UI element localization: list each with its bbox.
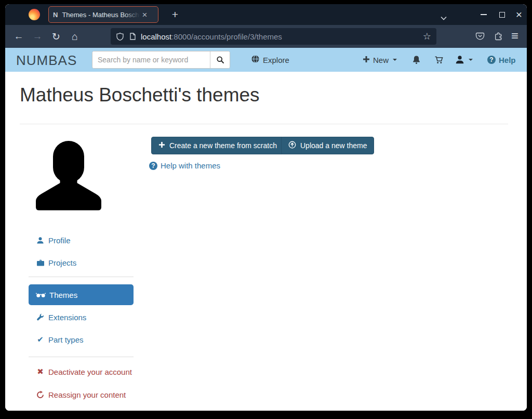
maximize-button[interactable] — [498, 10, 506, 19]
account-dropdown[interactable] — [455, 48, 473, 72]
sidebar-item-projects[interactable]: Projects — [29, 257, 134, 268]
create-theme-button[interactable]: Create a new theme from scratch — [151, 137, 284, 154]
new-tab-button[interactable]: + — [169, 8, 181, 21]
question-circle-icon: ? — [149, 162, 157, 170]
sidebar-item-label: Extensions — [48, 313, 86, 322]
browser-tab-bar: N Themes - Matheus Bosche × + × — [5, 4, 527, 25]
question-circle-icon: ? — [487, 56, 496, 64]
back-button[interactable]: ← — [10, 28, 27, 45]
browser-nav-bar: ← → ↻ ⌂ localhost:8000/accounts/profile/… — [5, 25, 527, 48]
maximize-icon — [499, 12, 505, 18]
sidebar-item-label: Profile — [48, 236, 71, 245]
sidebar-item-profile[interactable]: Profile — [29, 234, 134, 246]
briefcase-icon — [36, 259, 45, 267]
search-icon — [216, 56, 224, 64]
sidebar-item-label: Part types — [48, 335, 84, 344]
minimize-icon — [481, 14, 487, 15]
hamburger-menu-icon[interactable]: ≡ — [511, 29, 518, 43]
search-box — [92, 51, 230, 69]
pocket-icon[interactable] — [475, 32, 485, 41]
notifications-button[interactable] — [412, 48, 421, 72]
caret-down-icon — [469, 59, 473, 61]
wrench-icon — [36, 313, 45, 321]
upload-theme-label: Upload a new theme — [300, 141, 367, 150]
tab-close-icon[interactable]: × — [142, 10, 147, 19]
explore-label: Explore — [263, 56, 289, 64]
basket-button[interactable] — [434, 48, 444, 72]
divider — [29, 357, 134, 357]
sidebar-item-part-types[interactable]: ✔ Part types — [29, 334, 134, 345]
upload-theme-button[interactable]: Upload a new theme — [281, 137, 374, 154]
page-title: Matheus Boschetti's themes — [20, 84, 260, 106]
shield-icon[interactable] — [116, 32, 124, 41]
help-label: Help — [499, 56, 516, 64]
page-content: Matheus Boschetti's themes Profile Proje… — [5, 72, 527, 411]
sidebar-item-label: Deactivate your account — [48, 368, 132, 376]
explore-link[interactable]: Explore — [251, 48, 289, 72]
sidebar-item-extensions[interactable]: Extensions — [29, 311, 134, 323]
minimize-button[interactable] — [480, 10, 488, 19]
reload-button[interactable]: ↻ — [48, 28, 64, 45]
globe-icon — [251, 55, 260, 65]
plus-icon — [158, 141, 165, 150]
forward-button[interactable]: → — [29, 28, 46, 45]
caret-down-icon — [393, 59, 397, 61]
firefox-icon[interactable] — [29, 9, 40, 20]
home-button[interactable]: ⌂ — [66, 28, 83, 45]
help-with-themes-link[interactable]: ? Help with themes — [149, 161, 220, 170]
deactivate-account-link[interactable]: ✖ Deactivate your account — [29, 366, 134, 377]
sidebar-item-themes-active[interactable]: Themes — [29, 284, 134, 305]
numbas-favicon-icon: N — [53, 11, 58, 19]
page-icon[interactable] — [129, 32, 136, 41]
cart-icon — [434, 55, 444, 64]
site-header: NUMBAS Explore New — [5, 48, 527, 72]
share-icon — [36, 391, 45, 399]
url-bar[interactable]: localhost:8000/accounts/profile/3/themes… — [111, 28, 436, 45]
sidebar-item-label: Themes — [49, 291, 77, 299]
bookmark-star-icon[interactable]: ☆ — [423, 31, 431, 42]
divider — [20, 124, 508, 124]
new-label: New — [373, 56, 389, 64]
window-close-button[interactable]: × — [515, 10, 523, 19]
url-text[interactable]: localhost:8000/accounts/profile/3/themes — [141, 32, 419, 41]
url-path: :8000/accounts/profile/3/themes — [171, 32, 282, 41]
user-icon — [455, 55, 464, 64]
url-host: localhost — [141, 32, 171, 41]
help-link[interactable]: ? Help — [487, 48, 516, 72]
upload-icon — [288, 141, 296, 150]
plus-icon — [363, 56, 370, 64]
browser-tab[interactable]: N Themes - Matheus Bosche × — [48, 6, 158, 23]
search-button[interactable] — [210, 51, 230, 68]
avatar — [30, 138, 108, 216]
list-tabs-chevron-down-icon[interactable] — [441, 13, 447, 22]
close-icon: × — [516, 10, 522, 19]
x-icon: ✖ — [36, 367, 45, 376]
create-theme-label: Create a new theme from scratch — [169, 141, 277, 150]
bell-icon — [412, 55, 421, 64]
search-input[interactable] — [92, 51, 210, 68]
new-dropdown[interactable]: New — [363, 48, 397, 72]
browser-window: N Themes - Matheus Bosche × + × ← → ↻ ⌂ … — [5, 4, 527, 411]
numbas-logo[interactable]: NUMBAS — [16, 53, 77, 69]
check-icon: ✔ — [36, 335, 45, 344]
sidebar-item-label: Projects — [48, 258, 76, 267]
reassign-content-link[interactable]: Reassign your content — [29, 389, 134, 400]
extensions-puzzle-icon[interactable] — [494, 32, 503, 41]
tab-title: Themes - Matheus Bosche — [62, 11, 140, 19]
help-with-themes-label: Help with themes — [161, 161, 220, 170]
glasses-icon — [36, 291, 46, 299]
divider — [29, 277, 134, 277]
sidebar-item-label: Reassign your content — [48, 390, 126, 399]
user-icon — [36, 237, 45, 244]
